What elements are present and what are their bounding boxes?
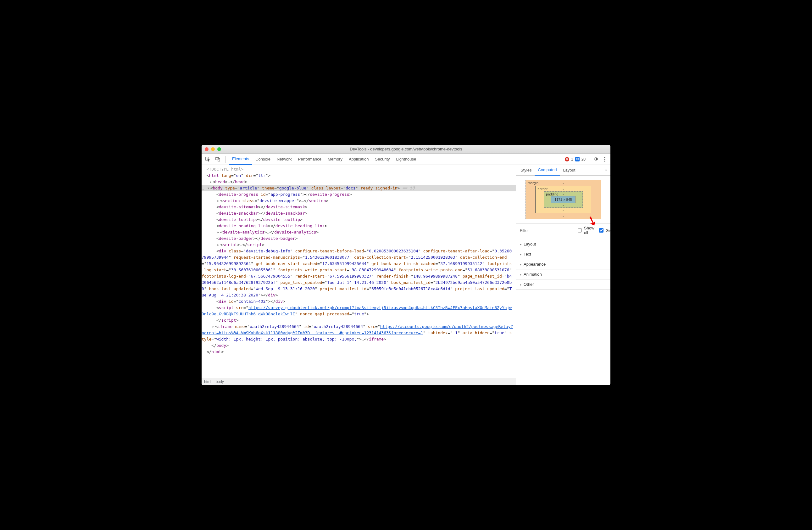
tab-network[interactable]: Network — [274, 154, 295, 165]
sidebar-more-tabs-icon[interactable]: » — [603, 168, 609, 172]
padding-label: padding — [546, 192, 558, 196]
box-model-padding[interactable]: padding - - - - 1171 × 845 — [544, 191, 582, 208]
svg-point-3 — [604, 157, 605, 158]
dom-tree[interactable]: <!DOCTYPE html> <html lang="en" dir="ltr… — [202, 165, 516, 378]
border-label: border — [537, 187, 548, 191]
svg-point-4 — [604, 158, 605, 159]
device-toggle-icon[interactable] — [214, 154, 222, 165]
more-options-icon[interactable] — [601, 154, 609, 165]
elements-panel: <!DOCTYPE html> <html lang="en" dir="ltr… — [202, 165, 516, 385]
window-controls — [202, 147, 221, 151]
tab-memory[interactable]: Memory — [324, 154, 346, 165]
svg-point-5 — [604, 161, 605, 162]
main-panel-tabs: ElementsConsoleNetworkPerformanceMemoryA… — [229, 154, 419, 165]
tab-console[interactable]: Console — [252, 154, 274, 165]
zoom-window-icon[interactable] — [217, 147, 221, 151]
window-title: DevTools - developers.google.com/web/too… — [202, 147, 610, 151]
svg-rect-1 — [216, 157, 219, 160]
sidebar-tab-layout[interactable]: Layout — [560, 165, 578, 176]
tab-application[interactable]: Application — [346, 154, 372, 165]
sidebar: StylesComputedLayout » margin - - - - bo… — [516, 165, 610, 385]
box-model-margin[interactable]: margin - - - - border - - - - padding - — [525, 180, 601, 219]
computed-group-text[interactable]: Text — [516, 249, 610, 259]
box-model-border[interactable]: border - - - - padding - - - - 1171 × 84… — [535, 186, 591, 213]
minimize-window-icon[interactable] — [211, 147, 215, 151]
devtools-window: DevTools - developers.google.com/web/too… — [202, 145, 610, 385]
inspect-element-icon[interactable] — [203, 154, 212, 165]
computed-group-layout[interactable]: Layout — [516, 239, 610, 249]
tab-performance[interactable]: Performance — [295, 154, 324, 165]
show-all-checkbox[interactable]: Show all — [577, 226, 595, 235]
console-counters[interactable]: ✕ 1 ✉ 20 — [565, 157, 585, 162]
message-icon: ✉ — [575, 157, 580, 162]
tab-security[interactable]: Security — [372, 154, 393, 165]
error-count: 1 — [571, 157, 573, 162]
error-icon: ✕ — [565, 157, 569, 162]
breadcrumb-body[interactable]: body — [216, 379, 224, 384]
margin-label: margin — [528, 181, 538, 185]
message-count: 20 — [581, 157, 585, 162]
main-area: <!DOCTYPE html> <html lang="en" dir="ltr… — [202, 165, 610, 385]
box-model-diagram: margin - - - - border - - - - padding - — [516, 176, 610, 223]
breadcrumb-bar: htmlbody — [202, 378, 516, 385]
tab-elements[interactable]: Elements — [229, 154, 252, 165]
sidebar-tabs: StylesComputedLayout » — [516, 165, 610, 176]
computed-group-animation[interactable]: Animation — [516, 269, 610, 279]
sidebar-tab-computed[interactable]: Computed — [535, 165, 560, 176]
computed-groups: LayoutTextAppearanceAnimationOther — [516, 237, 610, 291]
computed-filter-row: ➘ Show all Group — [516, 223, 610, 237]
close-window-icon[interactable] — [205, 147, 208, 151]
group-checkbox[interactable]: Group — [598, 227, 610, 234]
box-model-content[interactable]: 1171 × 845 — [551, 196, 575, 203]
computed-group-appearance[interactable]: Appearance — [516, 259, 610, 269]
window-titlebar: DevTools - developers.google.com/web/too… — [202, 145, 610, 154]
sidebar-tab-styles[interactable]: Styles — [517, 165, 535, 176]
devtools-toolbar: ElementsConsoleNetworkPerformanceMemoryA… — [202, 154, 610, 165]
toolbar-divider — [226, 156, 226, 163]
computed-group-other[interactable]: Other — [516, 279, 610, 290]
filter-input[interactable] — [519, 228, 573, 233]
tab-lighthouse[interactable]: Lighthouse — [393, 154, 420, 165]
breadcrumb-html[interactable]: html — [204, 379, 211, 384]
settings-icon[interactable] — [592, 154, 600, 165]
